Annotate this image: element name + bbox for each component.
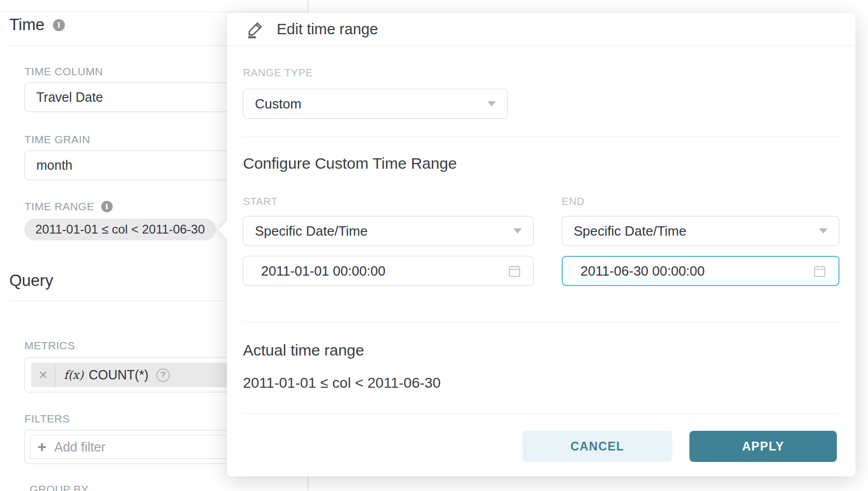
calendar-icon[interactable] xyxy=(812,264,827,278)
info-icon[interactable]: i xyxy=(101,201,113,212)
time-grain-label: TIME GRAIN xyxy=(24,133,90,146)
modal-title: Edit time range xyxy=(277,21,378,38)
end-label: END xyxy=(562,196,585,208)
actual-range-heading: Actual time range xyxy=(243,342,364,359)
metrics-label: METRICS xyxy=(24,339,75,352)
metric-name: COUNT(*) xyxy=(89,367,148,383)
help-icon[interactable]: ? xyxy=(156,369,170,382)
range-type-value: Custom xyxy=(255,96,302,112)
configure-heading: Configure Custom Time Range xyxy=(243,155,457,172)
start-mode-value: Specific Date/Time xyxy=(255,223,368,239)
calendar-icon[interactable] xyxy=(507,264,522,278)
chevron-down-icon xyxy=(487,101,496,106)
apply-button[interactable]: APPLY xyxy=(689,431,837,462)
start-label: START xyxy=(243,196,278,208)
end-date-input[interactable]: 2011-06-30 00:00:00 xyxy=(562,256,839,286)
group-by-label: GROUP BY xyxy=(30,483,89,491)
page-top-divider xyxy=(0,11,307,12)
info-icon[interactable]: i xyxy=(53,19,65,31)
modal-divider xyxy=(243,136,839,137)
end-mode-value: Specific Date/Time xyxy=(574,223,686,239)
footer-divider xyxy=(243,413,839,414)
time-section-title: Time xyxy=(9,16,45,34)
add-filter-label: Add filter xyxy=(55,440,106,455)
edit-time-range-modal: Edit time range RANGE TYPE Custom Config… xyxy=(227,13,856,476)
start-date-input[interactable]: 2011-01-01 00:00:00 xyxy=(243,256,534,286)
time-column-value: Travel Date xyxy=(36,90,103,105)
end-mode-select[interactable]: Specific Date/Time xyxy=(562,216,839,246)
end-date-value: 2011-06-30 00:00:00 xyxy=(580,263,705,279)
query-section-title: Query xyxy=(9,271,53,290)
modal-divider xyxy=(243,322,839,322)
function-icon: f(x) xyxy=(64,369,84,381)
range-type-label: RANGE TYPE xyxy=(243,67,313,79)
time-section-header: Time i xyxy=(9,16,65,34)
actual-range-value: 2011-01-01 ≤ col < 2011-06-30 xyxy=(243,375,441,391)
popover-arrow xyxy=(218,221,236,239)
plus-icon: + xyxy=(37,439,47,455)
modal-header: Edit time range xyxy=(227,13,856,46)
time-range-header: TIME RANGE i xyxy=(24,200,113,213)
chevron-down-icon xyxy=(513,228,522,234)
cancel-button[interactable]: CANCEL xyxy=(522,431,672,462)
filters-label: FILTERS xyxy=(24,413,70,425)
time-range-pill[interactable]: 2011-01-01 ≤ col < 2011-06-30 xyxy=(24,219,216,240)
start-mode-select[interactable]: Specific Date/Time xyxy=(243,216,534,246)
time-grain-value: month xyxy=(36,158,72,173)
edit-pencil-icon xyxy=(246,20,265,38)
range-type-select[interactable]: Custom xyxy=(243,89,508,119)
time-column-label: TIME COLUMN xyxy=(24,65,103,78)
chevron-down-icon xyxy=(819,228,828,234)
time-range-label: TIME RANGE xyxy=(24,200,94,213)
remove-metric-icon[interactable]: × xyxy=(31,363,56,387)
start-date-value: 2011-01-01 00:00:00 xyxy=(261,263,386,279)
